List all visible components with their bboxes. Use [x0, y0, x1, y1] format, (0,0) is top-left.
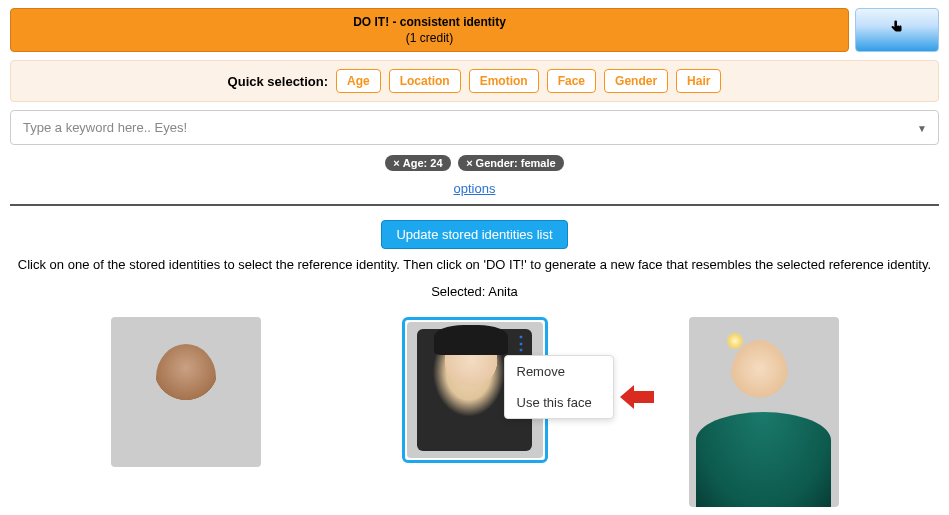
chip-hair[interactable]: Hair [676, 69, 721, 93]
do-it-button[interactable]: DO IT! - consistent identity (1 credit) [10, 8, 849, 52]
do-it-credit: (1 credit) [21, 31, 838, 45]
chip-gender[interactable]: Gender [604, 69, 668, 93]
chip-location[interactable]: Location [389, 69, 461, 93]
keyword-input[interactable] [10, 110, 939, 145]
instruction-text: Click on one of the stored identities to… [10, 257, 939, 272]
identity-photo [111, 317, 261, 467]
active-filters: ×Age: 24 ×Gender: female [10, 155, 939, 171]
close-icon[interactable]: × [393, 157, 399, 169]
filter-tag-age[interactable]: ×Age: 24 [385, 155, 450, 171]
context-menu: Remove Use this face [504, 355, 614, 419]
quick-selection-bar: Quick selection: Age Location Emotion Fa… [10, 60, 939, 102]
identity-card-selected[interactable]: ⋮ Remove Use this face [402, 317, 548, 463]
identities-row: ⋮ Remove Use this face [10, 317, 939, 507]
update-identities-button[interactable]: Update stored identities list [381, 220, 567, 249]
close-icon[interactable]: × [466, 157, 472, 169]
selected-identity-label: Selected: Anita [10, 284, 939, 299]
hand-pointer-icon [888, 19, 906, 41]
quick-selection-label: Quick selection: [228, 74, 328, 89]
identity-photo [689, 317, 839, 507]
pointer-arrow-icon [620, 385, 652, 407]
identity-card[interactable] [689, 317, 839, 507]
chip-face[interactable]: Face [547, 69, 596, 93]
filter-tag-gender[interactable]: ×Gender: female [458, 155, 564, 171]
card-menu-trigger-icon[interactable]: ⋮ [512, 332, 530, 354]
menu-item-use-this-face[interactable]: Use this face [505, 387, 613, 418]
section-divider [10, 204, 939, 206]
do-it-label: DO IT! - consistent identity [353, 15, 506, 29]
dropdown-caret-icon[interactable]: ▼ [917, 122, 927, 133]
chip-age[interactable]: Age [336, 69, 381, 93]
search-box: ▼ [10, 110, 939, 145]
options-link[interactable]: options [454, 181, 496, 196]
identity-card[interactable] [111, 317, 261, 467]
menu-item-remove[interactable]: Remove [505, 356, 613, 387]
chip-emotion[interactable]: Emotion [469, 69, 539, 93]
hand-button[interactable] [855, 8, 939, 52]
